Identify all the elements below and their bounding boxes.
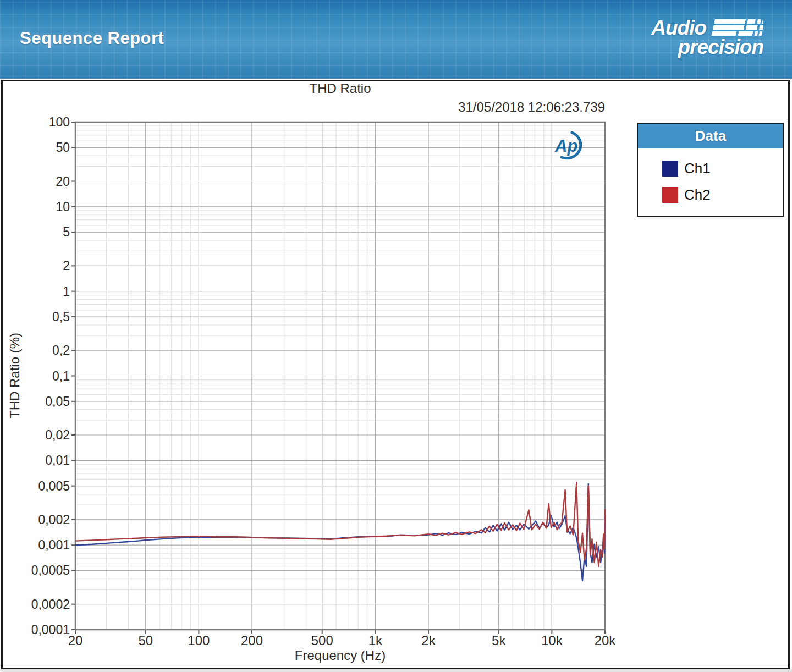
brand-word-precision: precision xyxy=(631,38,763,57)
y-tick-label: 0,0005 xyxy=(0,563,70,578)
y-tick-label: 0,05 xyxy=(0,394,70,409)
y-tick-label: 0,2 xyxy=(0,343,70,358)
legend-box: Data Ch1Ch2 xyxy=(637,123,784,217)
y-tick-label: 0,002 xyxy=(0,512,70,527)
y-tick-label: 50 xyxy=(0,140,70,155)
y-tick-label: 0,5 xyxy=(0,309,70,324)
thd-ratio-plot xyxy=(71,118,609,634)
legend-label: Ch2 xyxy=(684,186,711,203)
y-tick-label: 10 xyxy=(0,199,70,214)
svg-text:Ap: Ap xyxy=(554,136,578,156)
y-tick-label: 1 xyxy=(0,284,70,299)
y-tick-label: 0,02 xyxy=(0,427,70,443)
x-tick-label: 5k xyxy=(471,634,526,648)
legend-item-ch1: Ch1 xyxy=(662,155,783,181)
legend-header: Data xyxy=(638,124,783,148)
x-tick-label: 20 xyxy=(48,634,103,648)
chart-title: THD Ratio xyxy=(75,81,605,96)
page-title: Sequence Report xyxy=(20,29,164,48)
x-tick-label: 10k xyxy=(524,634,579,648)
brand-bars-icon xyxy=(711,19,763,37)
x-tick-label: 50 xyxy=(118,634,173,648)
legend-label: Ch1 xyxy=(684,160,711,177)
trace-ch1 xyxy=(75,484,605,581)
y-tick-label: 2 xyxy=(0,258,70,273)
page-bottom-strip xyxy=(0,669,792,672)
x-tick-label: 20k xyxy=(578,634,632,648)
report-banner: Sequence Report Audio precision xyxy=(0,0,792,79)
y-tick-label: 0,005 xyxy=(0,478,70,494)
legend-item-ch2: Ch2 xyxy=(662,181,783,208)
trace-ch2 xyxy=(75,482,605,566)
legend-swatch-ch2 xyxy=(662,187,678,203)
x-tick-label: 100 xyxy=(171,634,226,648)
y-tick-label: 100 xyxy=(0,114,70,130)
y-tick-label: 0,01 xyxy=(0,453,70,468)
y-tick-label: 20 xyxy=(0,174,70,189)
y-tick-label: 5 xyxy=(0,224,70,240)
x-tick-label: 2k xyxy=(401,634,456,648)
x-tick-label: 200 xyxy=(224,634,279,648)
ap-circle-logo-icon: Ap xyxy=(550,130,593,162)
measurement-timestamp: 31/05/2018 12:06:23.739 xyxy=(308,100,605,115)
y-tick-label: 0,0002 xyxy=(0,597,70,612)
y-tick-label: 0,001 xyxy=(0,537,70,553)
legend-swatch-ch1 xyxy=(662,161,678,177)
brand-word-audio: Audio xyxy=(651,19,706,37)
sequence-report-page: Sequence Report Audio precision THD Rati… xyxy=(0,0,792,672)
y-tick-label: 0,1 xyxy=(0,368,70,384)
x-tick-label: 1k xyxy=(348,634,403,648)
x-axis-title: Frequency (Hz) xyxy=(75,648,605,663)
x-tick-label: 500 xyxy=(295,634,350,648)
audio-precision-logo: Audio precision xyxy=(631,19,763,63)
legend-body: Ch1Ch2 xyxy=(638,148,783,216)
